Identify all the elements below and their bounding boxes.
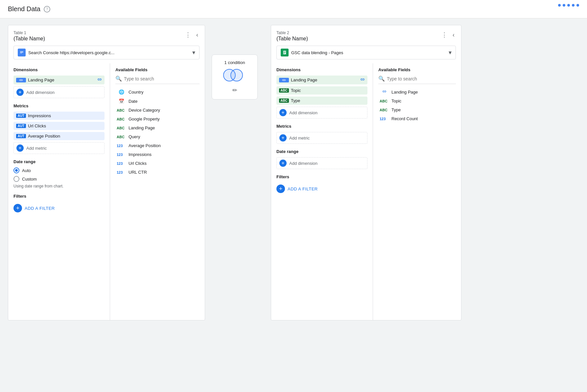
table2-field-topic[interactable]: ABC Topic	[378, 97, 456, 105]
table1-add-filter-btn[interactable]: + ADD A FILTER	[13, 202, 55, 214]
table1-date-range-hint: Using date range from chart.	[13, 184, 105, 188]
table1-radio-auto[interactable]: Auto	[13, 167, 105, 173]
table1-metrics-section: Metrics AUT Impressions AUT Url Clicks A…	[13, 103, 105, 154]
table2-datasource-text: GSC data blending - Pages	[291, 50, 446, 55]
table2-field-type[interactable]: ABC Type	[378, 105, 456, 114]
table2-dim-topic-text: Topic	[291, 88, 365, 93]
table2-date-range: Date range + Add dimension	[276, 149, 367, 169]
table2-field-type-text: Type	[391, 107, 401, 112]
table1-collapse-button[interactable]: ‹	[195, 31, 200, 39]
table2-name: (Table Name)	[276, 36, 308, 42]
table2-field-abc-type: ABC	[380, 108, 389, 112]
table2-field-landing[interactable]: Landing Page	[378, 87, 456, 97]
table1-radio-custom[interactable]: Custom	[13, 176, 105, 182]
table1-radio-group: Auto Custom	[13, 167, 105, 182]
table1-more-button[interactable]: ⋮	[184, 31, 192, 39]
table2-dimensions-title: Dimensions	[276, 67, 367, 72]
table1-name: (Table Name)	[13, 36, 45, 42]
table1-data-source[interactable]: Search Console https://developers.google…	[13, 46, 200, 59]
table1-radio-auto-inner	[15, 169, 18, 172]
table1-radio-auto-label: Auto	[22, 168, 31, 173]
table2-filters-title: Filters	[276, 174, 367, 179]
table2-field-landing-text: Landing Page	[391, 90, 418, 95]
table2-header: Table 2 (Table Name) ⋮ ‹	[271, 25, 461, 42]
table1-field-impressions[interactable]: 123 Impressions	[115, 150, 200, 159]
table1-field-device[interactable]: ABC Device Category	[115, 106, 200, 115]
table1-datasource-text: Search Console https://developers.google…	[28, 50, 190, 55]
table1-radio-custom-outer	[13, 176, 19, 182]
table2-dimension-type[interactable]: ABC Type	[276, 97, 367, 105]
table1-title-group: Table 1 (Table Name)	[13, 31, 45, 42]
table2-search-input[interactable]	[387, 76, 456, 81]
table2-add-filter-plus: +	[276, 185, 285, 193]
table2-dimension-topic[interactable]: ABC Topic	[276, 86, 367, 95]
join-edit-icon[interactable]: ✏	[232, 87, 237, 94]
table2-collapse-button[interactable]: ‹	[451, 31, 456, 39]
table2-add-date-btn[interactable]: + Add dimension	[276, 157, 367, 169]
table1-field-abc-2: ABC	[117, 117, 126, 121]
table2-more-button[interactable]: ⋮	[440, 31, 449, 39]
table1-field-property[interactable]: ABC Google Property	[115, 115, 200, 123]
table1-field-urlctr[interactable]: 123 URL CTR	[115, 168, 200, 177]
table2-label: Table 2	[276, 31, 308, 35]
table1-metric-avgposition[interactable]: AUT Average Position	[13, 132, 105, 140]
table1-dimension-landing-page[interactable]: Landing Page	[13, 76, 105, 84]
table1-field-country[interactable]: 🌐 Country	[115, 87, 200, 97]
table2-add-metric-btn[interactable]: + Add metric	[276, 132, 367, 144]
table2-data-source[interactable]: GSC data blending - Pages ▾	[276, 46, 456, 59]
dot-4	[572, 4, 575, 7]
table2-dim-abc-type: ABC	[279, 98, 289, 103]
table1-add-dimension-btn[interactable]: + Add dimension	[13, 86, 105, 98]
table1-add-metric-plus: +	[16, 144, 24, 152]
table1-field-abc-3: ABC	[117, 126, 126, 130]
table1-add-metric-btn[interactable]: + Add metric	[13, 142, 105, 154]
table1-field-query[interactable]: ABC Query	[115, 132, 200, 141]
table2-title-group: Table 2 (Table Name)	[276, 31, 308, 42]
table1-actions: ⋮ ‹	[184, 31, 200, 39]
table2-field-recordcount[interactable]: 123 Record Count	[378, 114, 456, 123]
dot-3	[567, 4, 570, 7]
join-condition-text: 1 condition	[224, 60, 245, 65]
table2-fields-col: Available Fields 🔍 Landing Page ABC Topi…	[373, 63, 461, 320]
table2-dimension-landing-page[interactable]: Landing Page	[276, 76, 367, 84]
table1-metric-urlclicks[interactable]: AUT Url Clicks	[13, 122, 105, 130]
table1-dim-landing-page-text: Landing Page	[28, 77, 95, 82]
table1-field-cal-icon: 📅	[117, 98, 126, 104]
table1-search-input[interactable]	[124, 76, 200, 81]
table1-fields-title: Available Fields	[115, 67, 200, 72]
table1-field-urlclicks[interactable]: 123 Url Clicks	[115, 159, 200, 168]
table2-search-icon: 🔍	[378, 76, 385, 82]
table2-add-metric-label: Add metric	[289, 136, 310, 141]
table1-field-123-2: 123	[117, 153, 126, 157]
table2-add-dimension-btn[interactable]: + Add dimension	[276, 107, 367, 119]
table2-left-col: Dimensions Landing Page ABC Topic	[271, 63, 373, 320]
table2-actions: ⋮ ‹	[440, 31, 456, 39]
table1-field-country-text: Country	[129, 90, 144, 95]
table1-datasource-icon	[18, 49, 26, 56]
table1-field-abc-4: ABC	[117, 135, 126, 139]
table1-field-avgpos[interactable]: 123 Average Position	[115, 141, 200, 150]
table1-field-landing[interactable]: ABC Landing Page	[115, 123, 200, 132]
table1-field-query-text: Query	[129, 134, 140, 139]
app-header: Blend Data ?	[0, 0, 587, 18]
table1-field-date[interactable]: 📅 Date	[115, 97, 200, 106]
venn-circle-right	[230, 69, 243, 81]
table1-filters-title: Filters	[13, 194, 105, 199]
table1-field-urlclicks-text: Url Clicks	[129, 161, 147, 166]
table1-date-range: Date range Auto Custom Usi	[13, 159, 105, 188]
venn-diagram	[223, 69, 246, 83]
table2-add-dim-label: Add dimension	[289, 110, 317, 115]
table1-radio-custom-label: Custom	[22, 177, 37, 182]
table1-metric-avgposition-text: Average Position	[28, 134, 102, 139]
table2-add-metric-plus: +	[279, 134, 287, 142]
table1-metric-impressions[interactable]: AUT Impressions	[13, 112, 105, 120]
main-content: Table 1 (Table Name) ⋮ ‹ Search Console …	[0, 18, 587, 327]
table2-add-filter-btn[interactable]: + ADD A FILTER	[276, 183, 318, 195]
table1-add-dim-label: Add dimension	[26, 90, 55, 95]
help-icon[interactable]: ?	[44, 6, 50, 12]
table1-panel: Table 1 (Table Name) ⋮ ‹ Search Console …	[8, 25, 205, 320]
table2-add-date-plus: +	[279, 160, 287, 167]
table1-field-123-4: 123	[117, 170, 126, 174]
table2-filters: Filters + ADD A FILTER	[276, 174, 367, 195]
header-dots	[558, 4, 579, 7]
